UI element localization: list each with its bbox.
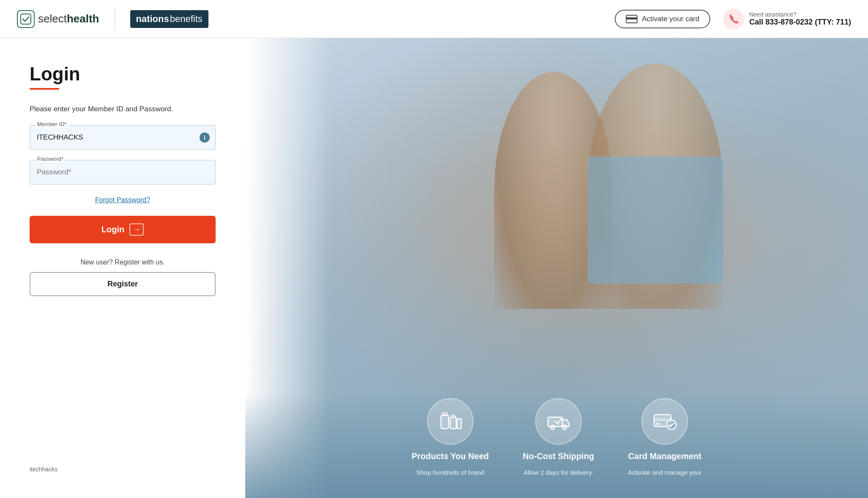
activate-card-button[interactable]: Activate your card: [615, 10, 710, 28]
login-title: Login: [30, 63, 216, 85]
forgot-password-section: Forgot Password?: [30, 196, 216, 204]
card-management-desc: Activate and manage your: [628, 468, 701, 477]
footer-watermark: itechhacks: [30, 457, 216, 473]
assistance-section: Need assistance? Call 833-878-0232 (TTY:…: [723, 8, 851, 30]
svg-rect-4: [450, 417, 456, 429]
products-icon-circle: [427, 398, 474, 445]
feature-products: Products You Need Shop hundreds of brand: [412, 398, 489, 477]
svg-point-9: [550, 425, 555, 429]
login-panel: Login Please enter your Member ID and Pa…: [0, 38, 245, 498]
password-input[interactable]: [30, 160, 216, 184]
products-icon: [438, 409, 463, 434]
shirt-silhouette: [588, 157, 723, 283]
hero-panel: Products You Need Shop hundreds of brand…: [245, 38, 868, 498]
card-management-title: Card Management: [628, 451, 701, 461]
feature-card-management: Card Management Activate and manage your: [628, 398, 701, 477]
svg-rect-2: [626, 17, 637, 19]
svg-point-7: [452, 415, 455, 418]
member-id-group: Member ID* i: [30, 125, 216, 150]
nations-benefits-logo: nationsbenefits: [130, 10, 208, 28]
feature-icons-row: Products You Need Shop hundreds of brand…: [245, 381, 868, 498]
member-id-label: Member ID*: [36, 121, 68, 127]
assistance-text: Need assistance? Call 833-878-0232 (TTY:…: [749, 11, 851, 27]
selecthealth-logo: selecthealth: [17, 10, 99, 28]
new-user-text: New user? Register with us.: [30, 259, 216, 266]
login-button[interactable]: Login →: [30, 216, 216, 243]
selecthealth-logo-icon: [17, 10, 35, 28]
header-logos: selecthealth nationsbenefits: [17, 8, 208, 30]
register-button[interactable]: Register: [30, 272, 216, 296]
member-id-info-icon[interactable]: i: [200, 132, 210, 143]
card-management-icon-circle: [641, 398, 688, 445]
feature-shipping: No-Cost Shipping Allow 2 days for delive…: [523, 398, 594, 477]
phone-icon: [728, 14, 739, 25]
login-subtitle: Please enter your Member ID and Password…: [30, 105, 216, 113]
shipping-title: No-Cost Shipping: [523, 451, 594, 461]
register-section: New user? Register with us. Register: [30, 259, 216, 296]
svg-rect-5: [457, 419, 461, 429]
svg-point-10: [562, 425, 567, 429]
svg-rect-3: [441, 415, 449, 429]
selecthealth-text: selecthealth: [38, 12, 99, 25]
svg-rect-13: [656, 423, 661, 425]
phone-circle: [723, 8, 744, 30]
header-actions: Activate your card Need assistance? Call…: [615, 8, 851, 30]
shipping-icon: [546, 409, 571, 434]
svg-rect-0: [21, 14, 31, 24]
login-title-underline: [30, 88, 59, 90]
password-group: Password*: [30, 160, 216, 184]
header: selecthealth nationsbenefits Activate yo…: [0, 0, 868, 38]
shipping-icon-circle: [535, 398, 582, 445]
password-label: Password*: [36, 156, 65, 162]
svg-rect-8: [548, 417, 562, 426]
member-id-input[interactable]: [30, 125, 216, 150]
card-management-icon: [652, 409, 677, 434]
main-content: Login Please enter your Member ID and Pa…: [0, 38, 868, 498]
products-desc: Shop hundreds of brand: [416, 468, 484, 477]
logo-divider: [115, 8, 115, 30]
login-arrow-icon: →: [129, 223, 144, 236]
products-title: Products You Need: [412, 451, 489, 461]
svg-point-14: [667, 420, 676, 429]
credit-card-icon: [626, 15, 638, 23]
forgot-password-link[interactable]: Forgot Password?: [95, 196, 150, 204]
shipping-desc: Allow 2 days for delivery.: [523, 468, 593, 477]
